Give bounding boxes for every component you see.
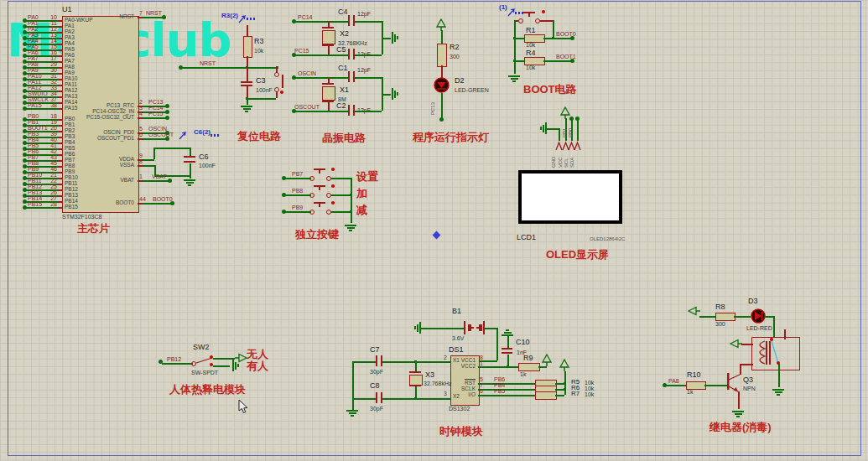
wire-label: PB12: [167, 356, 181, 362]
terminal[interactable]: [168, 179, 172, 183]
battery[interactable]: [479, 324, 482, 331]
terminal[interactable]: [162, 15, 166, 19]
resistor-R7[interactable]: [535, 391, 557, 400]
capacitor-plate[interactable]: [348, 105, 350, 116]
caption-reset: 复位电路: [237, 131, 281, 142]
wire: [143, 203, 173, 205]
capacitor-plate[interactable]: [376, 355, 377, 366]
wire-label: PA10: [28, 73, 42, 79]
wire: [347, 227, 355, 229]
wire: [247, 98, 276, 100]
push-button[interactable]: [309, 193, 314, 198]
capacitor-plate[interactable]: [184, 156, 195, 158]
relay-blade[interactable]: [767, 337, 784, 365]
push-button-dot[interactable]: [280, 91, 283, 94]
wire: [237, 364, 239, 367]
capacitor-plate[interactable]: [348, 49, 350, 60]
wire: [190, 163, 191, 175]
component-value: 100nF: [256, 87, 273, 93]
push-button-dot[interactable]: [331, 184, 335, 188]
wire-label: OSCIN: [298, 70, 316, 76]
pin-number: 22: [45, 178, 57, 184]
push-button-dot[interactable]: [331, 201, 335, 205]
resistor-R2[interactable]: [437, 44, 447, 67]
pin-number: 1: [139, 174, 143, 179]
capacitor-plate[interactable]: [409, 371, 421, 373]
wire: [734, 316, 751, 318]
caption-keys: 独立按键: [295, 229, 339, 240]
pin-number: 45: [45, 160, 57, 166]
capacitor-plate[interactable]: [184, 161, 195, 163]
push-button-dot[interactable]: [542, 10, 545, 13]
wire-label: PA1: [28, 20, 39, 26]
terminal[interactable]: [439, 117, 444, 122]
component-ref: C2: [336, 102, 346, 110]
wire: [143, 159, 154, 161]
relay-coil[interactable]: [753, 340, 767, 365]
battery[interactable]: [464, 321, 465, 334]
pin-stub: [540, 20, 553, 22]
header-pin[interactable]: [574, 141, 581, 151]
pin-stub: [59, 55, 62, 57]
wire: [294, 111, 348, 112]
wire-label: PB4: [28, 137, 39, 142]
push-button[interactable]: [274, 72, 279, 77]
component-ref: R9: [523, 355, 533, 362]
terminal[interactable]: [165, 104, 169, 108]
capacitor-plate[interactable]: [502, 352, 512, 354]
terminal[interactable]: [165, 116, 169, 120]
component-ref: C7: [370, 346, 380, 354]
wire-label: PB6: [28, 148, 39, 154]
capacitor-plate[interactable]: [502, 348, 512, 350]
terminal[interactable]: [165, 110, 169, 114]
capacitor-plate[interactable]: [376, 392, 377, 403]
wire: [294, 54, 348, 56]
pin-stub: [59, 73, 62, 75]
wire: [543, 125, 544, 132]
wire-label: PC14: [298, 14, 313, 20]
push-button-bar[interactable]: [528, 13, 530, 17]
pin-number: 7: [139, 10, 143, 16]
component-value: 32.768kHz: [424, 381, 451, 386]
pin-stub: [59, 125, 62, 127]
wire: [352, 398, 376, 400]
capacitor-plate[interactable]: [322, 83, 334, 85]
led-green[interactable]: [434, 77, 450, 93]
led-red[interactable]: [751, 308, 766, 324]
wire-label: PA15: [28, 102, 42, 108]
transistor-npn[interactable]: [721, 369, 741, 394]
wire: [559, 128, 560, 141]
schematic-canvas[interactable]: MCUclub U1STM32F103C8主芯片PA010PA0-WKUPPA1…: [0, 0, 868, 461]
capacitor-plate[interactable]: [348, 15, 350, 26]
capacitor-plate[interactable]: [348, 71, 350, 82]
push-button[interactable]: [309, 176, 314, 181]
pin-stub: [59, 178, 62, 179]
wire: [331, 194, 351, 196]
wire-label: PB5: [494, 388, 505, 394]
relay-contact[interactable]: [770, 338, 773, 341]
push-button[interactable]: [309, 210, 314, 215]
capacitor-plate[interactable]: [241, 81, 252, 83]
resistor-R3[interactable]: [243, 36, 252, 58]
capacitor-plate[interactable]: [322, 27, 334, 28]
push-button-dot[interactable]: [331, 168, 335, 171]
oled-display[interactable]: [518, 170, 622, 224]
push-button-bar[interactable]: [319, 170, 320, 174]
pin-stub: [328, 77, 330, 83]
wire-label: PB7: [292, 171, 303, 177]
wire: [26, 207, 59, 209]
wire-label: PA6: [28, 49, 39, 55]
wire: [666, 385, 686, 386]
push-button[interactable]: [518, 18, 523, 23]
push-button-bar[interactable]: [282, 75, 283, 88]
push-button-bar[interactable]: [319, 204, 320, 207]
resistor-R8[interactable]: [715, 313, 735, 321]
resistor-R9[interactable]: [518, 363, 540, 371]
pin-number: 3: [139, 105, 143, 111]
push-button-bar[interactable]: [319, 187, 320, 190]
crystal-X2[interactable]: [322, 30, 335, 44]
pin-number: 7: [480, 382, 483, 388]
wire-label: PB9: [292, 205, 303, 210]
crystal-X1[interactable]: [322, 86, 335, 101]
pin-stub: [59, 102, 62, 104]
